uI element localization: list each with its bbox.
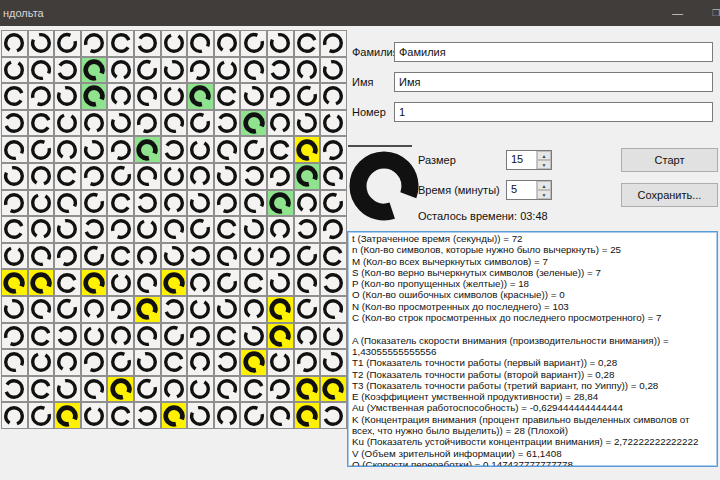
grid-cell[interactable] [294,323,321,350]
grid-cell[interactable] [28,243,55,270]
grid-cell[interactable] [161,216,188,243]
grid-cell[interactable] [28,269,55,296]
grid-cell[interactable] [240,136,267,163]
minimize-button[interactable]: — [655,0,700,26]
grid-cell[interactable] [161,402,188,429]
grid-cell[interactable] [54,243,81,270]
grid-cell[interactable] [187,349,214,376]
grid-cell[interactable] [134,349,161,376]
grid-cell[interactable] [294,243,321,270]
grid-cell[interactable] [107,243,134,270]
grid-cell[interactable] [134,243,161,270]
grid-cell[interactable] [214,216,241,243]
grid-cell[interactable] [54,136,81,163]
grid-cell[interactable] [187,376,214,403]
grid-cell[interactable] [54,323,81,350]
grid-cell[interactable] [81,190,108,217]
grid-cell[interactable] [320,402,347,429]
grid-cell[interactable] [54,30,81,57]
grid-cell[interactable] [320,323,347,350]
grid-cell[interactable] [81,136,108,163]
grid-cell[interactable] [1,376,28,403]
grid-cell[interactable] [1,30,28,57]
grid-cell[interactable] [134,190,161,217]
grid-cell[interactable] [1,136,28,163]
grid-cell[interactable] [107,349,134,376]
size-down-arrow-icon[interactable]: ▼ [537,160,551,169]
grid-cell[interactable] [267,190,294,217]
grid-cell[interactable] [81,110,108,137]
grid-cell[interactable] [214,30,241,57]
grid-cell[interactable] [267,376,294,403]
grid-cell[interactable] [28,136,55,163]
grid-cell[interactable] [81,323,108,350]
grid-cell[interactable] [81,376,108,403]
grid-cell[interactable] [1,163,28,190]
grid-cell[interactable] [240,243,267,270]
grid-cell[interactable] [294,57,321,84]
grid-cell[interactable] [320,349,347,376]
grid-cell[interactable] [294,376,321,403]
grid-cell[interactable] [81,243,108,270]
size-stepper[interactable]: 15 ▲ ▼ [506,150,552,170]
grid-cell[interactable] [320,83,347,110]
grid-cell[interactable] [294,269,321,296]
grid-cell[interactable] [320,110,347,137]
grid-cell[interactable] [107,269,134,296]
grid-cell[interactable] [267,349,294,376]
time-up-arrow-icon[interactable]: ▲ [537,181,551,190]
grid-cell[interactable] [240,376,267,403]
grid-cell[interactable] [28,30,55,57]
grid-cell[interactable] [294,402,321,429]
name-input[interactable] [394,72,713,92]
grid-cell[interactable] [161,243,188,270]
grid-cell[interactable] [294,190,321,217]
grid-cell[interactable] [240,190,267,217]
grid-cell[interactable] [81,57,108,84]
grid-cell[interactable] [54,83,81,110]
grid-cell[interactable] [81,163,108,190]
grid-cell[interactable] [294,349,321,376]
grid-cell[interactable] [161,163,188,190]
grid-cell[interactable] [107,83,134,110]
grid-cell[interactable] [134,136,161,163]
grid-cell[interactable] [28,163,55,190]
grid-cell[interactable] [161,323,188,350]
grid-cell[interactable] [187,402,214,429]
grid-cell[interactable] [240,83,267,110]
grid-cell[interactable] [267,83,294,110]
grid-cell[interactable] [1,296,28,323]
grid-cell[interactable] [240,163,267,190]
grid-cell[interactable] [267,163,294,190]
grid-cell[interactable] [81,269,108,296]
grid-cell[interactable] [161,136,188,163]
grid-cell[interactable] [107,163,134,190]
grid-cell[interactable] [161,190,188,217]
grid-cell[interactable] [1,402,28,429]
grid-cell[interactable] [294,163,321,190]
grid-cell[interactable] [294,110,321,137]
grid-cell[interactable] [28,216,55,243]
grid-cell[interactable] [294,83,321,110]
grid-cell[interactable] [214,136,241,163]
grid-cell[interactable] [28,402,55,429]
grid-cell[interactable] [240,269,267,296]
grid-cell[interactable] [320,163,347,190]
grid-cell[interactable] [214,323,241,350]
grid-cell[interactable] [134,402,161,429]
grid-cell[interactable] [320,296,347,323]
grid-cell[interactable] [240,323,267,350]
grid-cell[interactable] [187,57,214,84]
grid-cell[interactable] [187,136,214,163]
grid-cell[interactable] [81,402,108,429]
grid-cell[interactable] [1,349,28,376]
grid-cell[interactable] [240,402,267,429]
grid-cell[interactable] [134,323,161,350]
grid-cell[interactable] [107,110,134,137]
grid-cell[interactable] [214,57,241,84]
grid-cell[interactable] [1,110,28,137]
grid-cell[interactable] [81,216,108,243]
grid-cell[interactable] [1,269,28,296]
grid-cell[interactable] [187,30,214,57]
grid-cell[interactable] [54,402,81,429]
